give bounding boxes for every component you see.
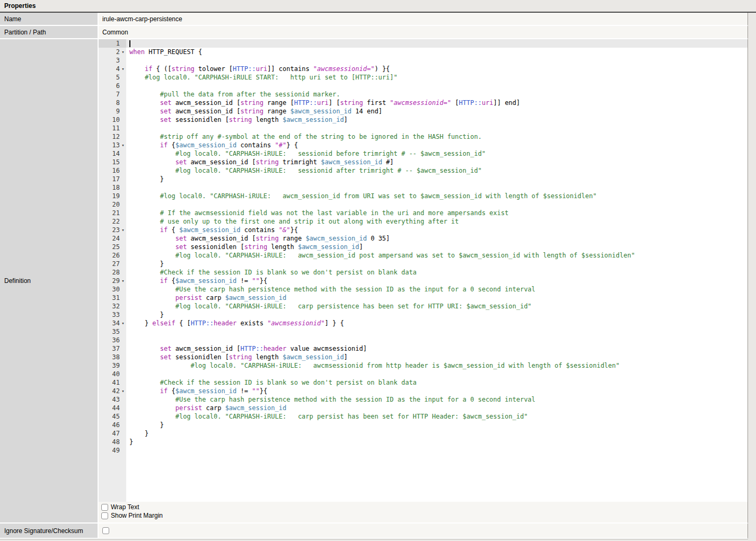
code-line-18[interactable]: 18	[99, 183, 748, 192]
code-line-28[interactable]: 28 #Check if the session ID is blank so …	[99, 268, 748, 277]
code-line-content[interactable]: set awcm_session_id [string trimright $a…	[126, 158, 748, 166]
code-line-33[interactable]: 33 }	[99, 311, 748, 319]
code-line-12[interactable]: 12 #strip off any #-symbol at the end of…	[99, 132, 748, 141]
fold-arrow-icon[interactable]: ▾	[120, 226, 126, 234]
code-line-7[interactable]: 7 #pull the data from after the sessioni…	[99, 90, 748, 99]
code-line-48[interactable]: 48}	[99, 438, 748, 446]
code-line-content[interactable]: when HTTP_REQUEST {	[126, 48, 748, 56]
code-line-40[interactable]: 40	[99, 370, 748, 378]
code-line-45[interactable]: 45 #log local0. "CARPHASH-iRULE: carp pe…	[99, 412, 748, 421]
code-line-47[interactable]: 47 }	[99, 429, 748, 438]
code-line-49[interactable]: 49	[99, 446, 748, 455]
code-line-content[interactable]: #log local0. "CARPHASH-iRULE: awcmsessio…	[126, 361, 748, 370]
editor-option-wrap-text[interactable]: Wrap Text	[101, 503, 748, 511]
code-line-26[interactable]: 26 #log local0. "CARPHASH-iRULE: awcm_se…	[99, 251, 748, 260]
show-print-margin-checkbox[interactable]	[101, 512, 108, 519]
code-line-content[interactable]: } elseif { [HTTP::header exists "awcmses…	[126, 319, 748, 327]
code-line-content[interactable]: set sessionidlen [string length $awcm_se…	[126, 243, 748, 251]
code-line-content[interactable]: set awcm_session_id [HTTP::header value …	[126, 344, 748, 353]
code-line-34[interactable]: 34▾ } elseif { [HTTP::header exists "awc…	[99, 319, 748, 327]
code-line-31[interactable]: 31 persist carp $awcm_session_id	[99, 294, 748, 302]
code-line-37[interactable]: 37 set awcm_session_id [HTTP::header val…	[99, 344, 748, 353]
code-line-42[interactable]: 42▾ if {$awcm_session_id != ""}{	[99, 387, 748, 395]
fold-arrow-icon[interactable]: ▾	[120, 319, 126, 327]
code-line-content[interactable]	[126, 82, 748, 90]
code-line-30[interactable]: 30 #Use the carp hash persistence method…	[99, 285, 748, 294]
code-line-20[interactable]: 20	[99, 200, 748, 209]
code-line-content[interactable]: #Check if the session ID is blank so we …	[126, 268, 748, 277]
code-line-6[interactable]: 6	[99, 82, 748, 90]
code-line-10[interactable]: 10 set sessionidlen [string length $awcm…	[99, 116, 748, 124]
code-line-content[interactable]: #log local0. "CARPHASH-iRULE: carp persi…	[126, 302, 748, 311]
code-line-content[interactable]	[126, 327, 748, 336]
fold-arrow-icon[interactable]: ▾	[120, 141, 126, 149]
code-line-content[interactable]: #pull the data from after the sessionid …	[126, 90, 748, 99]
code-line-content[interactable]: #log local0. "CARPHASH-iRULE: awcm_sessi…	[126, 251, 748, 260]
fold-arrow-icon[interactable]: ▾	[120, 65, 126, 73]
code-line-27[interactable]: 27 }	[99, 260, 748, 268]
code-line-13[interactable]: 13▾ if {$awcm_session_id contains "#"} {	[99, 141, 748, 149]
fold-arrow-icon[interactable]: ▾	[120, 48, 126, 56]
code-line-8[interactable]: 8 set awcm_session_id [string range [HTT…	[99, 99, 748, 107]
code-line-content[interactable]: persist carp $awcm_session_id	[126, 404, 748, 412]
code-line-content[interactable]: #Check if the session ID is blank so we …	[126, 378, 748, 387]
code-line-content[interactable]: if { ([string tolower [HTTP::uri]] conta…	[126, 65, 748, 73]
code-line-content[interactable]	[126, 446, 748, 455]
code-line-22[interactable]: 22 # use only up to the first one and st…	[99, 217, 748, 226]
code-line-content[interactable]: set awcm_session_id [string range [HTTP:…	[126, 99, 748, 107]
code-line-content[interactable]: #log local0. "CARPHASH-iRULE START: http…	[126, 73, 748, 82]
code-line-4[interactable]: 4▾ if { ([string tolower [HTTP::uri]] co…	[99, 65, 748, 73]
code-line-content[interactable]: if {$awcm_session_id != ""}{	[126, 387, 748, 395]
code-line-21[interactable]: 21 # If the awcmsessionid field was not …	[99, 209, 748, 217]
code-line-content[interactable]: }	[126, 260, 748, 268]
code-line-content[interactable]: persist carp $awcm_session_id	[126, 294, 748, 302]
code-line-content[interactable]: set sessionidlen [string length $awcm_se…	[126, 353, 748, 361]
code-line-14[interactable]: 14 #log local0. "CARPHASH-iRULE: session…	[99, 149, 748, 158]
code-line-content[interactable]: #Use the carp hash persistence method wi…	[126, 285, 748, 294]
editor-option-show-print-margin[interactable]: Show Print Margin	[101, 511, 748, 520]
code-line-23[interactable]: 23▾ if { $awcm_session_id contains "&"}{	[99, 226, 748, 234]
code-line-1[interactable]: 1	[99, 39, 748, 48]
code-line-content[interactable]	[126, 124, 748, 132]
code-line-29[interactable]: 29▾ if {$awcm_session_id != ""}{	[99, 277, 748, 285]
code-line-content[interactable]: set awcm_session_id [string range $awcm_…	[126, 234, 748, 243]
code-line-content[interactable]	[126, 39, 748, 48]
code-line-content[interactable]: set sessionidlen [string length $awcm_se…	[126, 116, 748, 124]
code-line-35[interactable]: 35	[99, 327, 748, 336]
code-line-content[interactable]: if {$awcm_session_id contains "#"} {	[126, 141, 748, 149]
code-line-19[interactable]: 19 #log local0. "CARPHASH-iRULE: awcm_se…	[99, 192, 748, 200]
code-line-9[interactable]: 9 set awcm_session_id [string range $awc…	[99, 107, 748, 116]
code-line-content[interactable]: #log local0. "CARPHASH-iRULE: awcm_sessi…	[126, 192, 748, 200]
code-line-24[interactable]: 24 set awcm_session_id [string range $aw…	[99, 234, 748, 243]
code-line-content[interactable]: if {$awcm_session_id != ""}{	[126, 277, 748, 285]
code-line-content[interactable]: #Use the carp hash persistence method wi…	[126, 395, 748, 404]
code-line-content[interactable]: #log local0. "CARPHASH-iRULE: sessionid …	[126, 149, 748, 158]
code-line-11[interactable]: 11	[99, 124, 748, 132]
code-line-content[interactable]	[126, 370, 748, 378]
code-line-39[interactable]: 39 #log local0. "CARPHASH-iRULE: awcmses…	[99, 361, 748, 370]
code-line-content[interactable]: if { $awcm_session_id contains "&"}{	[126, 226, 748, 234]
code-line-2[interactable]: 2▾when HTTP_REQUEST {	[99, 48, 748, 56]
code-line-content[interactable]	[126, 183, 748, 192]
code-line-content[interactable]: # use only up to the first one and strip…	[126, 217, 748, 226]
code-line-content[interactable]	[126, 56, 748, 65]
fold-arrow-icon[interactable]: ▾	[120, 387, 126, 395]
code-line-content[interactable]: #log local0. "CARPHASH-iRULE: sessionid …	[126, 166, 748, 175]
code-line-44[interactable]: 44 persist carp $awcm_session_id	[99, 404, 748, 412]
code-line-15[interactable]: 15 set awcm_session_id [string trimright…	[99, 158, 748, 166]
code-line-16[interactable]: 16 #log local0. "CARPHASH-iRULE: session…	[99, 166, 748, 175]
code-line-3[interactable]: 3	[99, 56, 748, 65]
code-line-content[interactable]	[126, 200, 748, 209]
code-line-38[interactable]: 38 set sessionidlen [string length $awcm…	[99, 353, 748, 361]
code-line-32[interactable]: 32 #log local0. "CARPHASH-iRULE: carp pe…	[99, 302, 748, 311]
code-line-content[interactable]: # If the awcmsessionid field was not the…	[126, 209, 748, 217]
code-editor[interactable]: 12▾when HTTP_REQUEST {34▾ if { ([string …	[99, 39, 748, 502]
code-line-5[interactable]: 5 #log local0. "CARPHASH-iRULE START: ht…	[99, 73, 748, 82]
code-line-17[interactable]: 17 }	[99, 175, 748, 183]
code-line-content[interactable]: #strip off any #-symbol at the end of th…	[126, 132, 748, 141]
wrap-text-checkbox[interactable]	[101, 504, 108, 511]
code-line-content[interactable]: set awcm_session_id [string range $awcm_…	[126, 107, 748, 116]
code-line-content[interactable]: }	[126, 311, 748, 319]
code-line-content[interactable]: }	[126, 175, 748, 183]
code-line-25[interactable]: 25 set sessionidlen [string length $awcm…	[99, 243, 748, 251]
